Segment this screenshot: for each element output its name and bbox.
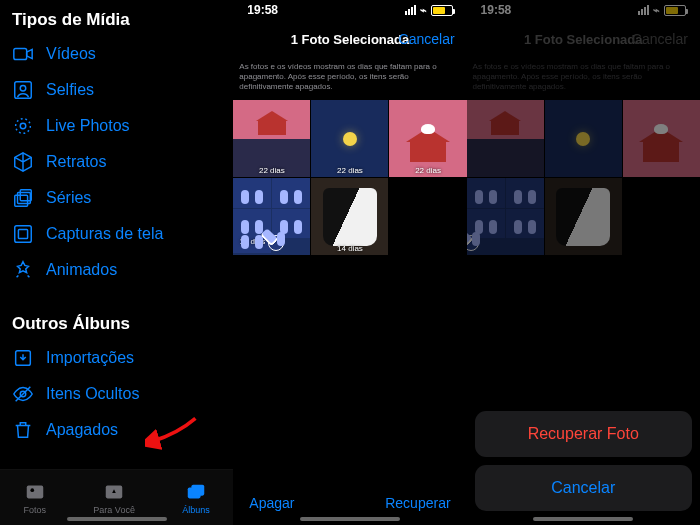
trash-icon [12,419,34,441]
svg-rect-16 [191,484,204,495]
import-icon [12,347,34,369]
section-title-other-albums: Outros Álbuns [0,304,233,340]
item-selfies[interactable]: Selfies [0,72,233,108]
item-hidden[interactable]: Itens Ocultos [0,376,233,412]
cube-icon [12,151,34,173]
photo-grid: 22 dias 22 dias 22 dias 14 dias 14 dias [233,100,466,255]
wifi-icon: ⌁ [420,4,427,17]
signal-icon [405,5,416,15]
item-live-photos[interactable]: Live Photos [0,108,233,144]
home-indicator [67,517,167,521]
live-photos-icon [12,115,34,137]
thumb-1[interactable]: 22 dias [233,100,310,177]
sheet-recover-photo-button[interactable]: Recuperar Foto [475,411,692,457]
tab-albums[interactable]: Álbuns [182,481,210,515]
home-indicator [300,517,400,521]
delete-button[interactable]: Apagar [249,495,294,511]
svg-point-13 [30,488,34,492]
svg-rect-8 [15,226,32,243]
screenshot-icon [12,223,34,245]
media-types-list: Vídeos Selfies Live Photos Retratos Séri… [0,36,233,288]
svg-point-4 [16,119,31,134]
thumb-2[interactable]: 22 dias [311,100,388,177]
screen-action-sheet: 19:58 ⌁ 1 Foto Selecionada Cancelar As f… [467,0,700,525]
section-title-media-types: Tipos de Mídia [0,0,233,36]
info-text: As fotos e os vídeos mostram os dias que… [233,58,466,100]
svg-rect-12 [27,485,44,498]
screen-deleted-select: 19:58 ⌁ 1 Foto Selecionada Cancelar As f… [233,0,466,525]
item-portraits[interactable]: Retratos [0,144,233,180]
battery-icon [431,5,453,16]
item-imports[interactable]: Importações [0,340,233,376]
home-indicator [533,517,633,521]
svg-rect-0 [14,49,27,60]
status-right: ⌁ [405,4,453,17]
svg-point-2 [20,85,26,91]
status-time: 19:58 [247,3,278,17]
item-screenshots[interactable]: Capturas de tela [0,216,233,252]
eye-off-icon [12,383,34,405]
thumb-3[interactable]: 22 dias [389,100,466,177]
selfie-icon [12,79,34,101]
svg-rect-6 [18,193,31,204]
animated-icon [12,259,34,281]
screen-albums: Tipos de Mídia Vídeos Selfies Live Photo… [0,0,233,525]
cancel-button[interactable]: Cancelar [399,31,455,47]
other-albums-list: Importações Itens Ocultos Apagados [0,340,233,448]
thumb-4[interactable]: 14 dias [233,178,310,255]
nav-title: 1 Foto Selecionada [291,32,409,47]
svg-rect-1 [15,82,32,99]
action-sheet: Recuperar Foto Cancelar [475,411,692,519]
item-deleted[interactable]: Apagados [0,412,233,448]
sheet-cancel-button[interactable]: Cancelar [475,465,692,511]
tab-for-you[interactable]: Para Você [93,481,135,515]
item-animated[interactable]: Animados [0,252,233,288]
item-videos[interactable]: Vídeos [0,36,233,72]
svg-rect-9 [18,229,27,238]
selection-check-icon [268,235,284,251]
nav-bar: 1 Foto Selecionada Cancelar [233,20,466,58]
tab-photos[interactable]: Fotos [24,481,47,515]
stack-icon [12,187,34,209]
svg-point-3 [20,123,26,129]
recover-button[interactable]: Recuperar [385,495,450,511]
video-icon [12,43,34,65]
status-bar: 19:58 ⌁ [233,0,466,20]
item-bursts[interactable]: Séries [0,180,233,216]
thumb-5[interactable]: 14 dias [311,178,388,255]
